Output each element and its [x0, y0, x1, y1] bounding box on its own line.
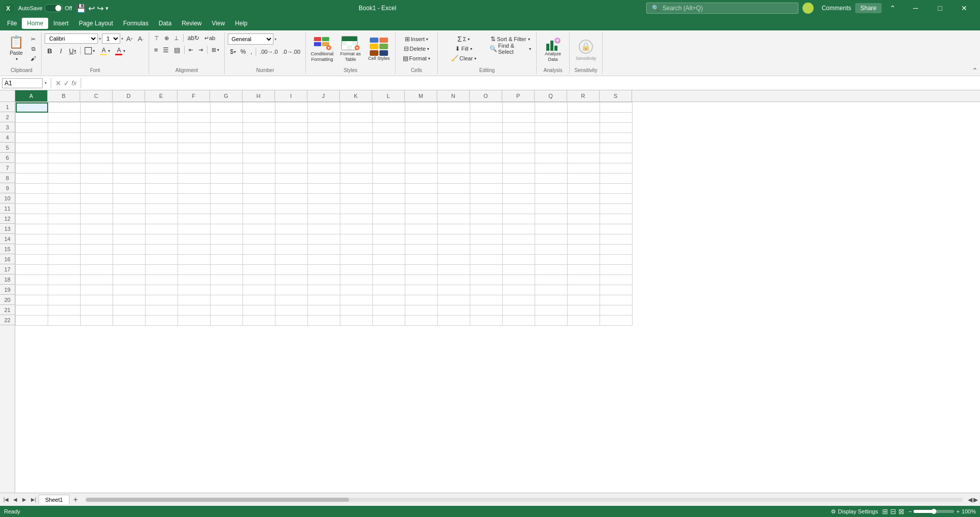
currency-button[interactable]: $▾	[228, 47, 238, 56]
cell-H6[interactable]	[243, 153, 275, 163]
cell-E19[interactable]	[146, 285, 178, 295]
col-header-b[interactable]: B	[48, 90, 80, 101]
cell-E16[interactable]	[146, 255, 178, 265]
fill-button[interactable]: ⬇ Fill ▾	[441, 44, 486, 53]
cell-C7[interactable]	[81, 163, 113, 174]
cell-G22[interactable]	[211, 316, 243, 326]
cell-I14[interactable]	[275, 234, 308, 245]
cell-I10[interactable]	[275, 194, 308, 204]
cell-M8[interactable]	[405, 174, 438, 184]
cell-M9[interactable]	[405, 184, 438, 194]
search-box[interactable]: 🔍	[646, 3, 798, 14]
cell-K3[interactable]	[340, 123, 373, 133]
menu-review[interactable]: Review	[177, 18, 206, 29]
cell-R1[interactable]	[568, 102, 600, 113]
cell-R16[interactable]	[568, 255, 600, 265]
cell-A9[interactable]	[16, 184, 48, 194]
cell-B17[interactable]	[48, 265, 81, 275]
cell-B4[interactable]	[48, 133, 81, 143]
col-header-j[interactable]: J	[307, 90, 340, 101]
row-num-21[interactable]: 21	[0, 305, 15, 315]
cell-R9[interactable]	[568, 184, 600, 194]
cell-R20[interactable]	[568, 295, 600, 305]
row-num-12[interactable]: 12	[0, 214, 15, 224]
cell-J13[interactable]	[308, 224, 340, 234]
cell-A11[interactable]	[16, 204, 48, 214]
cell-F17[interactable]	[178, 265, 211, 275]
cell-J20[interactable]	[308, 295, 340, 305]
cell-D1[interactable]	[113, 102, 146, 113]
cell-I6[interactable]	[275, 153, 308, 163]
menu-data[interactable]: Data	[154, 18, 177, 29]
cell-H9[interactable]	[243, 184, 275, 194]
cell-J11[interactable]	[308, 204, 340, 214]
sheet-prev-btn[interactable]: ◀	[11, 496, 19, 504]
cell-M11[interactable]	[405, 204, 438, 214]
cell-A3[interactable]	[16, 123, 48, 133]
cell-B12[interactable]	[48, 214, 81, 224]
cut-button[interactable]: ✂	[28, 35, 38, 44]
cell-M19[interactable]	[405, 285, 438, 295]
cell-F3[interactable]	[178, 123, 211, 133]
cell-M21[interactable]	[405, 305, 438, 316]
cell-I16[interactable]	[275, 255, 308, 265]
cell-P20[interactable]	[503, 295, 535, 305]
increase-indent-button[interactable]: ⇥	[196, 45, 205, 54]
cell-R7[interactable]	[568, 163, 600, 174]
cell-N3[interactable]	[438, 123, 470, 133]
cell-D6[interactable]	[113, 153, 146, 163]
cell-G11[interactable]	[211, 204, 243, 214]
col-header-d[interactable]: D	[113, 90, 145, 101]
cell-O15[interactable]	[470, 245, 503, 255]
percent-button[interactable]: %	[238, 47, 248, 56]
cell-G9[interactable]	[211, 184, 243, 194]
cell-F7[interactable]	[178, 163, 211, 174]
format-as-table-button[interactable]: ▾ Format as Table	[337, 35, 364, 64]
cell-N11[interactable]	[438, 204, 470, 214]
cell-O6[interactable]	[470, 153, 503, 163]
cell-E3[interactable]	[146, 123, 178, 133]
cell-E15[interactable]	[146, 245, 178, 255]
cell-K18[interactable]	[340, 275, 373, 285]
cell-C9[interactable]	[81, 184, 113, 194]
cell-G13[interactable]	[211, 224, 243, 234]
cell-G20[interactable]	[211, 295, 243, 305]
cell-Q7[interactable]	[535, 163, 568, 174]
format-painter-button[interactable]: 🖌	[28, 54, 38, 63]
cell-S3[interactable]	[600, 123, 633, 133]
col-header-g[interactable]: G	[210, 90, 242, 101]
cell-L8[interactable]	[373, 174, 405, 184]
cell-N5[interactable]	[438, 143, 470, 153]
cell-R4[interactable]	[568, 133, 600, 143]
cell-K17[interactable]	[340, 265, 373, 275]
cell-R19[interactable]	[568, 285, 600, 295]
cell-D11[interactable]	[113, 204, 146, 214]
cell-D15[interactable]	[113, 245, 146, 255]
close-button[interactable]: ✕	[953, 0, 976, 16]
cell-D10[interactable]	[113, 194, 146, 204]
cell-G15[interactable]	[211, 245, 243, 255]
cell-J8[interactable]	[308, 174, 340, 184]
cell-F5[interactable]	[178, 143, 211, 153]
cell-L10[interactable]	[373, 194, 405, 204]
cell-N15[interactable]	[438, 245, 470, 255]
underline-button[interactable]: U▾	[67, 46, 78, 55]
cell-K10[interactable]	[340, 194, 373, 204]
cell-A16[interactable]	[16, 255, 48, 265]
cell-N18[interactable]	[438, 275, 470, 285]
cell-B22[interactable]	[48, 316, 81, 326]
cell-O4[interactable]	[470, 133, 503, 143]
cell-Q20[interactable]	[535, 295, 568, 305]
cell-A18[interactable]	[16, 275, 48, 285]
maximize-button[interactable]: □	[928, 0, 952, 16]
cell-P7[interactable]	[503, 163, 535, 174]
cell-A22[interactable]	[16, 316, 48, 326]
cell-B14[interactable]	[48, 234, 81, 245]
cell-E8[interactable]	[146, 174, 178, 184]
cell-S21[interactable]	[600, 305, 633, 316]
row-num-13[interactable]: 13	[0, 224, 15, 234]
cell-L9[interactable]	[373, 184, 405, 194]
cell-P3[interactable]	[503, 123, 535, 133]
cell-D12[interactable]	[113, 214, 146, 224]
row-num-9[interactable]: 9	[0, 183, 15, 193]
